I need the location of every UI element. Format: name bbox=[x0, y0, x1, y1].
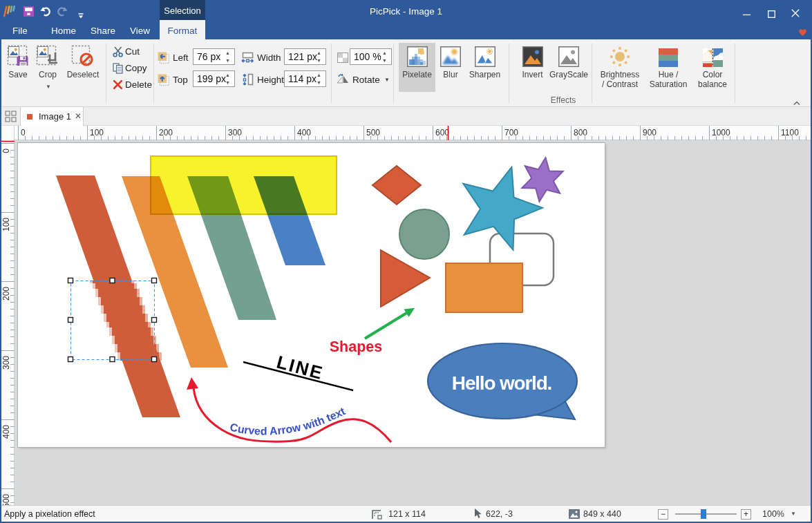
svg-text:200: 200 bbox=[1, 287, 11, 301]
svg-text:400: 400 bbox=[297, 128, 311, 137]
svg-text:200: 200 bbox=[159, 128, 173, 137]
svg-text:0: 0 bbox=[1, 149, 11, 153]
svg-text:LINE: LINE bbox=[274, 352, 326, 384]
svg-text:100: 100 bbox=[1, 218, 11, 231]
svg-text:1100: 1100 bbox=[781, 128, 799, 137]
svg-text:100: 100 bbox=[90, 128, 104, 137]
svg-text:0: 0 bbox=[21, 128, 26, 137]
svg-text:500: 500 bbox=[366, 128, 380, 137]
svg-text:800: 800 bbox=[574, 128, 587, 137]
svg-text:300: 300 bbox=[1, 356, 11, 370]
svg-text:500: 500 bbox=[1, 494, 11, 505]
svg-text:Shapes: Shapes bbox=[330, 339, 383, 355]
svg-text:700: 700 bbox=[504, 128, 518, 137]
svg-text:1000: 1000 bbox=[712, 128, 730, 137]
svg-text:400: 400 bbox=[1, 425, 11, 439]
svg-text:Hello world.: Hello world. bbox=[452, 372, 551, 394]
svg-text:900: 900 bbox=[643, 128, 657, 137]
svg-text:Curved Arrow with text: Curved Arrow with text bbox=[229, 405, 348, 437]
svg-text:300: 300 bbox=[228, 128, 242, 137]
svg-text:600: 600 bbox=[435, 128, 449, 137]
